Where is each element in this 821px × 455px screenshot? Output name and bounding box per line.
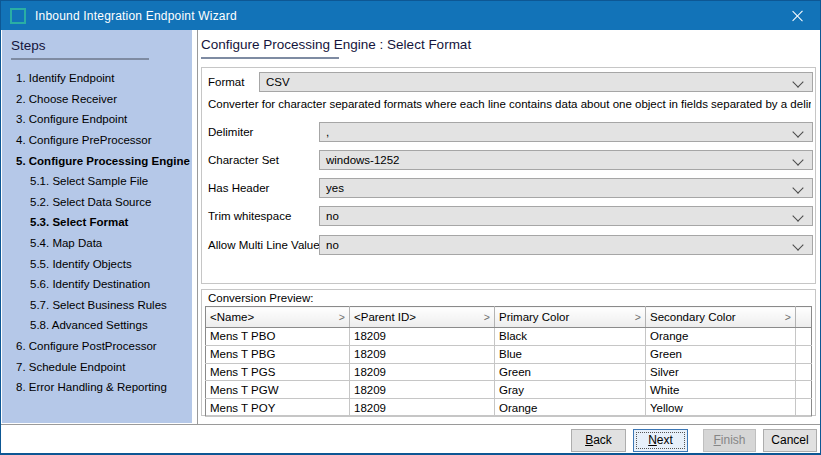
column-header-secondary-color[interactable]: Secondary Color > <box>646 307 796 328</box>
table-cell-filler <box>796 399 812 417</box>
delimiter-select-value: , <box>326 126 329 138</box>
table-cell-filler <box>796 328 812 346</box>
has-header-label: Has Header <box>208 178 269 198</box>
chevron-down-icon <box>792 210 803 221</box>
sidebar-separator <box>197 30 198 424</box>
sidebar-item-choose-receiver[interactable]: 2. Choose Receiver <box>11 89 192 110</box>
steps-list: 1. Identify Endpoint 2. Choose Receiver … <box>11 68 192 398</box>
table-cell: 18209 <box>350 345 495 363</box>
sidebar-item-advanced-settings[interactable]: 5.8. Advanced Settings <box>11 315 192 336</box>
sort-chevron-icon: > <box>785 311 791 323</box>
sort-chevron-icon: > <box>635 311 641 323</box>
steps-sidebar: Steps 1. Identify Endpoint 2. Choose Rec… <box>2 30 192 423</box>
has-header-select[interactable]: yes <box>319 178 813 198</box>
table-cell: Mens T POY <box>206 399 350 417</box>
page-title: Configure Processing Engine : Select For… <box>201 37 471 52</box>
table-row: Mens T PBO 18209 Black Orange <box>206 328 812 346</box>
window-title: Inbound Integration Endpoint Wizard <box>35 9 237 23</box>
sidebar-item-configure-preprocessor[interactable]: 4. Configure PreProcessor <box>11 130 192 151</box>
app-icon <box>10 8 26 24</box>
table-cell: Orange <box>495 399 646 417</box>
footer-separator <box>1 424 820 425</box>
close-button[interactable] <box>774 1 820 30</box>
format-label: Format <box>208 72 244 92</box>
table-cell: Mens T PGW <box>206 381 350 399</box>
sidebar-item-map-data[interactable]: 5.4. Map Data <box>11 233 192 254</box>
chevron-down-icon <box>792 239 803 250</box>
sidebar-item-select-sample-file[interactable]: 5.1. Select Sample File <box>11 171 192 192</box>
trim-whitespace-label: Trim whitespace <box>208 206 291 226</box>
sidebar-item-schedule-endpoint[interactable]: 7. Schedule Endpoint <box>11 356 192 377</box>
format-description: Converter for character separated format… <box>208 98 811 110</box>
allow-multiline-select[interactable]: no <box>319 235 813 255</box>
page-title-underline <box>201 57 339 59</box>
table-cell: Mens T PBO <box>206 328 350 346</box>
sidebar-item-select-business-rules[interactable]: 5.7. Select Business Rules <box>11 295 192 316</box>
table-row: Mens T PGW 18209 Gray White <box>206 381 812 399</box>
column-header-parent-id[interactable]: <Parent ID> > <box>350 307 495 328</box>
table-row: Mens T PBG 18209 Blue Green <box>206 345 812 363</box>
back-button[interactable]: Back <box>571 429 626 452</box>
column-header-name[interactable]: <Name> > <box>206 307 350 328</box>
chevron-down-icon <box>792 182 803 193</box>
cancel-button[interactable]: Cancel <box>763 429 817 452</box>
has-header-select-value: yes <box>326 182 344 194</box>
conversion-preview-table: <Name> > <Parent ID> > Primary Color > S… <box>205 306 812 417</box>
table-cell: Orange <box>646 328 796 346</box>
steps-title: Steps <box>11 38 192 53</box>
trim-whitespace-select-value: no <box>326 210 339 222</box>
sort-chevron-icon: > <box>339 311 345 323</box>
chevron-down-icon <box>792 154 803 165</box>
table-cell: Mens T PGS <box>206 363 350 381</box>
sidebar-item-configure-endpoint[interactable]: 3. Configure Endpoint <box>11 109 192 130</box>
table-cell: White <box>646 381 796 399</box>
sort-chevron-icon: > <box>484 311 490 323</box>
table-cell: 18209 <box>350 399 495 417</box>
allow-multiline-select-value: no <box>326 239 339 251</box>
table-cell: 18209 <box>350 328 495 346</box>
table-cell-filler <box>796 363 812 381</box>
table-cell: 18209 <box>350 363 495 381</box>
column-header-primary-color[interactable]: Primary Color > <box>495 307 646 328</box>
sidebar-item-configure-processing-engine[interactable]: 5. Configure Processing Engine <box>11 150 192 171</box>
table-cell-filler <box>796 381 812 399</box>
table-cell: Yellow <box>646 399 796 417</box>
table-cell: Mens T PBG <box>206 345 350 363</box>
table-cell: Black <box>495 328 646 346</box>
format-options-group: Format CSV Converter for character separ… <box>201 67 816 284</box>
wizard-dialog: Inbound Integration Endpoint Wizard Step… <box>0 0 821 455</box>
conversion-preview-label: Conversion Preview: <box>208 292 313 304</box>
sidebar-item-identify-endpoint[interactable]: 1. Identify Endpoint <box>11 68 192 89</box>
chevron-down-icon <box>792 76 803 87</box>
steps-title-underline <box>11 58 149 60</box>
character-set-label: Character Set <box>208 150 279 170</box>
table-cell: 18209 <box>350 381 495 399</box>
sidebar-item-error-handling[interactable]: 8. Error Handling & Reporting <box>11 377 192 398</box>
table-header-row: <Name> > <Parent ID> > Primary Color > S… <box>206 307 812 328</box>
allow-multiline-label: Allow Multi Line Values <box>208 235 325 255</box>
close-icon <box>791 10 803 22</box>
format-select-value: CSV <box>266 76 290 88</box>
delimiter-select[interactable]: , <box>319 122 813 142</box>
title-bar: Inbound Integration Endpoint Wizard <box>1 1 820 30</box>
next-button[interactable]: Next <box>633 429 688 452</box>
character-set-select-value: windows-1252 <box>326 154 400 166</box>
sidebar-item-select-data-source[interactable]: 5.2. Select Data Source <box>11 192 192 213</box>
sidebar-item-select-format[interactable]: 5.3. Select Format <box>11 212 192 233</box>
sidebar-item-identify-destination[interactable]: 5.6. Identify Destination <box>11 274 192 295</box>
character-set-select[interactable]: windows-1252 <box>319 150 813 170</box>
conversion-preview-group: Conversion Preview: <Name> > <Parent ID>… <box>201 289 816 416</box>
table-row: Mens T PGS 18209 Green Silver <box>206 363 812 381</box>
sidebar-item-identify-objects[interactable]: 5.5. Identify Objects <box>11 253 192 274</box>
trim-whitespace-select[interactable]: no <box>319 206 813 226</box>
table-cell: Blue <box>495 345 646 363</box>
format-select[interactable]: CSV <box>259 72 813 92</box>
sidebar-item-configure-postprocessor[interactable]: 6. Configure PostProcessor <box>11 336 192 357</box>
table-row: Mens T POY 18209 Orange Yellow <box>206 399 812 417</box>
table-cell-filler <box>796 345 812 363</box>
delimiter-label: Delimiter <box>208 122 253 142</box>
column-header-filler <box>796 307 812 328</box>
table-cell: Green <box>495 363 646 381</box>
table-cell: Silver <box>646 363 796 381</box>
table-cell: Green <box>646 345 796 363</box>
